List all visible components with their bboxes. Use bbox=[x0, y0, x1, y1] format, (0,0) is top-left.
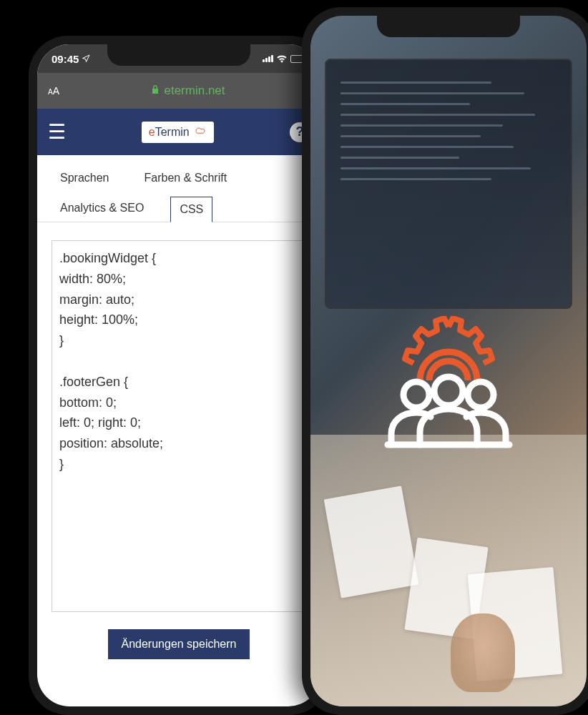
phone-screen-left: 09:45 AAAA etermin.net bbox=[37, 44, 320, 706]
tab-css[interactable]: CSS bbox=[170, 197, 212, 222]
monitor-graphic bbox=[325, 59, 572, 309]
phone-mockup-left: 09:45 AAAA etermin.net bbox=[29, 36, 329, 715]
url-text: etermin.net bbox=[67, 84, 310, 98]
lock-icon bbox=[151, 85, 160, 97]
tab-row-1: Sprachen Farben & Schrift bbox=[52, 166, 306, 190]
tab-farben-schrift[interactable]: Farben & Schrift bbox=[136, 166, 236, 190]
code-lines-graphic bbox=[326, 60, 571, 210]
phone-screen-right bbox=[310, 16, 587, 706]
content-area: Änderungen speichern bbox=[37, 222, 320, 677]
phone-mockup-right bbox=[302, 7, 588, 715]
people-icon bbox=[377, 370, 520, 455]
tab-row-2: Analytics & SEO CSS bbox=[52, 196, 306, 222]
brand-logo: eTermin bbox=[142, 122, 214, 143]
svg-point-0 bbox=[403, 382, 429, 408]
paper-graphic bbox=[324, 486, 419, 598]
wifi-icon bbox=[276, 53, 288, 65]
tabs-container: Sprachen Farben & Schrift Analytics & SE… bbox=[37, 155, 320, 222]
signal-icon bbox=[263, 55, 273, 62]
status-left: 09:45 bbox=[52, 53, 90, 65]
save-button[interactable]: Änderungen speichern bbox=[108, 629, 249, 659]
notch-left bbox=[107, 44, 250, 66]
desk-graphic bbox=[310, 435, 587, 706]
browser-url-bar[interactable]: AAAA etermin.net bbox=[37, 73, 320, 109]
hand-graphic bbox=[451, 613, 515, 692]
center-icon-group bbox=[377, 316, 520, 459]
text-size-control[interactable]: AAAA bbox=[48, 85, 59, 97]
tab-sprachen[interactable]: Sprachen bbox=[52, 166, 118, 190]
status-time: 09:45 bbox=[52, 53, 79, 65]
svg-point-2 bbox=[468, 382, 494, 408]
location-icon bbox=[82, 53, 90, 65]
svg-point-1 bbox=[434, 377, 463, 405]
notch-right bbox=[377, 16, 520, 37]
app-header: ☰ eTermin ? bbox=[37, 109, 320, 155]
css-editor-textarea[interactable] bbox=[52, 240, 306, 612]
status-right bbox=[263, 53, 306, 65]
tab-analytics-seo[interactable]: Analytics & SEO bbox=[52, 196, 152, 222]
hamburger-menu-icon[interactable]: ☰ bbox=[48, 120, 66, 144]
